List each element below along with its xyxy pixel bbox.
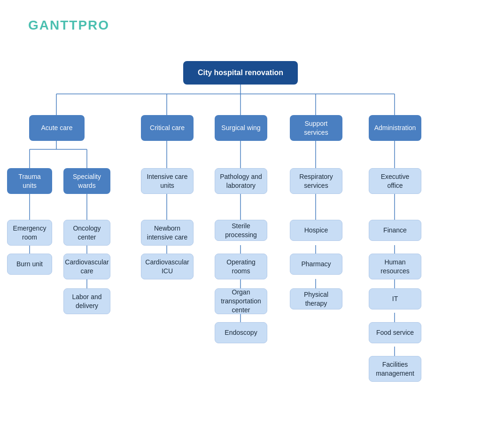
node-hr: Human resources: [369, 254, 421, 279]
node-support: Support services: [290, 115, 342, 141]
node-cardiovascular: Cardiovascular care: [63, 254, 110, 279]
node-operating: Operating rooms: [215, 254, 267, 279]
org-chart: City hospital renovation Acute care Crit…: [0, 0, 481, 85]
node-it: IT: [369, 288, 421, 309]
node-oncology: Oncology center: [63, 220, 110, 246]
node-executive: Executive office: [369, 168, 421, 194]
node-critical: Critical care: [141, 115, 194, 141]
node-finance: Finance: [369, 220, 421, 241]
node-trauma: Trauma units: [7, 168, 52, 194]
node-admin: Administration: [369, 115, 421, 141]
node-sterile: Sterile processing: [215, 220, 267, 241]
node-hospice: Hospice: [290, 220, 342, 241]
node-pathology: Pathology and laboratory: [215, 168, 267, 194]
node-physical: Physical therapy: [290, 288, 342, 309]
node-endoscopy: Endoscopy: [215, 322, 267, 343]
node-pharmacy: Pharmacy: [290, 254, 342, 275]
node-organ: Organ transportation center: [215, 288, 267, 314]
node-surgical: Surgical wing: [215, 115, 267, 141]
node-emergency: Emergency room: [7, 220, 52, 246]
node-food: Food service: [369, 322, 421, 343]
node-acute: Acute care: [29, 115, 85, 141]
node-respiratory: Respiratory services: [290, 168, 342, 194]
node-cardio-icu: Cardiovascular ICU: [141, 254, 194, 279]
node-newborn: Newborn intensive care: [141, 220, 194, 246]
node-speciality: Speciality wards: [63, 168, 110, 194]
node-burn: Burn unit: [7, 254, 52, 275]
node-labor: Labor and delivery: [63, 288, 110, 314]
node-facilities: Facilities management: [369, 356, 421, 382]
node-icu: Intensive care units: [141, 168, 194, 194]
root-node: City hospital renovation: [183, 61, 298, 85]
